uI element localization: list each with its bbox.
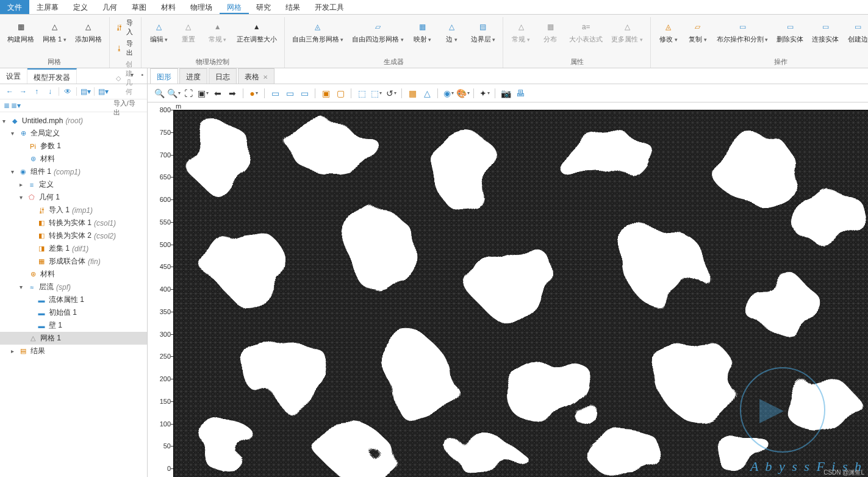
close-tab-icon[interactable]: ✕ bbox=[263, 74, 268, 81]
expand-dropdown-icon[interactable]: ▤▾ bbox=[97, 86, 109, 97]
tab-settings[interactable]: 设置 bbox=[0, 68, 27, 84]
tree-difference[interactable]: ◨差集 1(dif1) bbox=[0, 242, 147, 255]
boolean-button[interactable]: ▭布尔操作和分割 bbox=[713, 17, 772, 45]
tree-results[interactable]: ▸▤结果 bbox=[0, 345, 147, 357]
print-icon[interactable]: 🖶 bbox=[514, 87, 527, 99]
tree-laminar-flow[interactable]: ▾≈层流(spf) bbox=[0, 281, 147, 293]
tab-model-builder[interactable]: 模型开发器 bbox=[27, 68, 77, 84]
resizing-button[interactable]: ▲正在调整大小 bbox=[233, 17, 281, 45]
collapse-dropdown-icon[interactable]: ▤▾ bbox=[79, 86, 91, 97]
create-geometry-button[interactable]: ◇创建几何 bbox=[113, 59, 137, 98]
nav-up-icon[interactable]: ↑ bbox=[30, 86, 43, 97]
plot-area[interactable] bbox=[173, 110, 868, 477]
menu-tab-geometry[interactable]: 几何 bbox=[95, 0, 124, 14]
color-theme-icon[interactable]: 🎨 bbox=[456, 87, 470, 99]
select-none-icon[interactable]: ▭ bbox=[268, 87, 282, 99]
reset-button[interactable]: △重置 bbox=[174, 17, 203, 45]
tree-fluid-props[interactable]: ▬流体属性 1 bbox=[0, 293, 147, 306]
menu-tab-mesh[interactable]: 网格 bbox=[220, 0, 249, 14]
nav-forward-icon[interactable]: → bbox=[17, 86, 29, 97]
tree-materials-global[interactable]: ⊛材料 bbox=[0, 152, 147, 165]
menu-tab-sketch[interactable]: 草图 bbox=[124, 0, 154, 14]
tree-materials-comp[interactable]: ⊛材料 bbox=[0, 268, 147, 281]
tree-import[interactable]: ⭿导入 1(imp1) bbox=[0, 204, 147, 217]
mapped-button[interactable]: ▦映射 bbox=[409, 17, 437, 45]
tree-definitions[interactable]: ▸≡定义 bbox=[0, 178, 147, 191]
free-triangle-button[interactable]: ◬自由三角形网格 bbox=[289, 17, 348, 45]
edge-button[interactable]: △边 bbox=[438, 17, 466, 45]
axis-icon[interactable]: △ bbox=[420, 87, 434, 99]
graphics-canvas[interactable]: m 80075070065060055050045040035030025020… bbox=[148, 102, 868, 477]
create-edge-button[interactable]: ▭创建边 bbox=[844, 17, 868, 45]
tree-global-definitions[interactable]: ▾⊕全局定义 bbox=[0, 127, 147, 140]
materials-icon: ⊛ bbox=[28, 270, 38, 279]
tab-graphics[interactable]: 图形 bbox=[150, 68, 178, 84]
nav-back-icon[interactable]: ← bbox=[4, 86, 16, 97]
tree-geometry[interactable]: ▾⬠几何 1 bbox=[0, 191, 147, 204]
distribution-button[interactable]: ▦分布 bbox=[536, 17, 564, 45]
menu-tab-developer[interactable]: 开发工具 bbox=[307, 0, 351, 14]
zoom-extents-icon[interactable]: ⛶ bbox=[182, 87, 195, 99]
join-entity-button[interactable]: ▭连接实体 bbox=[808, 17, 842, 45]
svg-point-8 bbox=[207, 229, 287, 296]
view-dropdown-icon[interactable]: ⬚ bbox=[370, 87, 383, 99]
show-icon[interactable]: 👁 bbox=[62, 86, 74, 97]
tab-progress[interactable]: 进度 bbox=[179, 68, 207, 84]
edit-button[interactable]: △编辑 bbox=[145, 17, 173, 45]
resize-triangle-icon: ▲ bbox=[248, 18, 265, 35]
select-box-icon[interactable]: ▭ bbox=[298, 87, 311, 99]
build-mesh-button[interactable]: ▦构建网格 bbox=[4, 17, 38, 45]
export-button[interactable]: ⭳导出 bbox=[113, 38, 137, 59]
tree-mesh1[interactable]: △网格 1 bbox=[0, 332, 147, 345]
select-domain-icon[interactable]: ▣ bbox=[319, 87, 332, 99]
tree-wall[interactable]: ▬壁 1 bbox=[0, 319, 147, 332]
more-attributes-button[interactable]: △更多属性 bbox=[608, 17, 647, 45]
zoom-in-icon[interactable]: 🔍 bbox=[152, 87, 166, 99]
menu-tab-home[interactable]: 主屏幕 bbox=[29, 0, 66, 14]
delete-entity-button[interactable]: ▭删除实体 bbox=[773, 17, 807, 45]
tab-log[interactable]: 日志 bbox=[209, 68, 237, 84]
nav-down-icon[interactable]: ↓ bbox=[44, 86, 56, 97]
normal-button[interactable]: ▲常规 bbox=[204, 17, 232, 45]
tree-csol1[interactable]: ◧转换为实体 1(csol1) bbox=[0, 217, 147, 229]
pan-left-icon[interactable]: ⬅ bbox=[211, 87, 224, 99]
snapshot-icon[interactable]: 📷 bbox=[499, 87, 512, 99]
menu-tab-physics[interactable]: 物理场 bbox=[183, 0, 220, 14]
import-icon: ⭿ bbox=[116, 23, 123, 32]
tree-component[interactable]: ▾◉组件 1(comp1) bbox=[0, 165, 147, 178]
tree-form-union[interactable]: ▦形成联合体(fin) bbox=[0, 255, 147, 268]
select-mode-icon[interactable]: ● bbox=[247, 87, 260, 99]
boundary-layer-button[interactable]: ▤边界层 bbox=[467, 17, 500, 45]
size-expression-button[interactable]: a=大小表达式 bbox=[565, 17, 606, 45]
tree-initial-values[interactable]: ▬初始值 1 bbox=[0, 306, 147, 319]
tab-table[interactable]: 表格✕ bbox=[238, 68, 274, 84]
copy-button[interactable]: ▱复制 bbox=[684, 17, 712, 45]
modify-button[interactable]: ◬修改 bbox=[655, 17, 683, 45]
zoom-dropdown-icon[interactable]: 🔍 bbox=[167, 87, 181, 99]
tree-csol2[interactable]: ◧转换为实体 2(csol2) bbox=[0, 229, 147, 242]
grid-icon[interactable]: ▦ bbox=[406, 87, 419, 99]
tree-parameters[interactable]: Pi参数 1 bbox=[0, 140, 147, 152]
list-dd-icon[interactable]: ≣▾ bbox=[11, 101, 21, 110]
menu-tab-materials[interactable]: 材料 bbox=[154, 0, 183, 14]
group-label: 网格 bbox=[48, 56, 61, 68]
attr-normal-button[interactable]: △常规 bbox=[507, 17, 535, 45]
zoom-box-icon[interactable]: ▣ bbox=[196, 87, 210, 99]
scene-light-icon[interactable]: ◉ bbox=[442, 87, 455, 99]
import-button[interactable]: ⭿导入 bbox=[113, 17, 137, 38]
view-xy-icon[interactable]: ⬚ bbox=[355, 87, 368, 99]
panel-menu-icon[interactable]: ▪ bbox=[137, 68, 147, 84]
free-quad-button[interactable]: ▱自由四边形网格 bbox=[348, 17, 407, 45]
menu-tab-definitions[interactable]: 定义 bbox=[66, 0, 95, 14]
menu-file[interactable]: 文件 bbox=[0, 0, 29, 14]
select-all-icon[interactable]: ▭ bbox=[283, 87, 296, 99]
render-icon[interactable]: ✦ bbox=[478, 87, 491, 99]
mesh1-dropdown[interactable]: △网格 1 bbox=[39, 17, 70, 45]
menu-tab-results[interactable]: 结果 bbox=[278, 0, 307, 14]
pan-right-icon[interactable]: ➡ bbox=[226, 87, 239, 99]
view-reset-icon[interactable]: ↺ bbox=[384, 87, 398, 99]
select-boundary-icon[interactable]: ▢ bbox=[334, 87, 347, 99]
menu-tab-study[interactable]: 研究 bbox=[249, 0, 278, 14]
list-icon[interactable]: ≣ bbox=[4, 101, 10, 110]
add-mesh-button[interactable]: △添加网格 bbox=[71, 17, 106, 45]
